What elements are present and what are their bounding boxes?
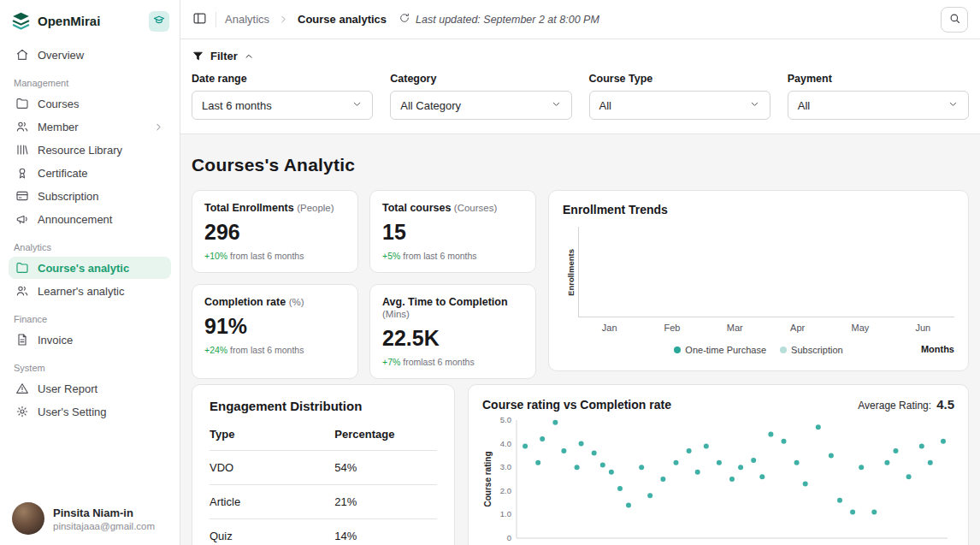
average-rating-label: Average Rating: <box>858 400 931 412</box>
scatter-title: Course rating vs Completion rate <box>482 398 671 412</box>
svg-text:3.0: 3.0 <box>500 462 511 471</box>
users-icon <box>15 120 29 133</box>
sidebar-nav: OverviewManagementCoursesMemberResource … <box>9 44 171 495</box>
content: Courses's Analytic Total Enrollments (Pe… <box>180 134 980 545</box>
filter-field-course-type: Course TypeAll <box>589 73 770 120</box>
sidebar-item-label: User Report <box>38 382 164 395</box>
logo-text: OpenMirai <box>38 14 100 28</box>
topbar-divider <box>215 12 216 27</box>
user-name: Pinsita Niam-in <box>53 506 155 519</box>
graduation-cap-icon <box>153 14 165 28</box>
legend-item-one-time-purchase: One-time Purchase <box>674 345 766 355</box>
gear-icon <box>15 405 29 418</box>
stat-label: Total courses (Courses) <box>382 202 523 214</box>
sidebar: OpenMirai OverviewManagementCoursesMembe… <box>0 0 180 545</box>
scatter-header: Course rating vs Completion rate Average… <box>482 397 954 412</box>
average-rating-value: 4.5 <box>936 397 954 412</box>
sidebar-item-learner-s-analytic[interactable]: Learner's analytic <box>9 280 171 302</box>
bar-plot: Enrollments <box>563 227 954 317</box>
average-rating: Average Rating:4.5 <box>858 397 954 412</box>
stat-label: Total Enrollments (People) <box>204 202 345 214</box>
engagement-row-vdo: VDO54% <box>210 451 437 485</box>
card-icon <box>15 189 29 203</box>
scatter-plot: Course rating01.02.03.04.05.001020304050… <box>482 412 954 545</box>
stat-value: 296 <box>204 220 345 245</box>
category-select[interactable]: All Category <box>390 91 571 120</box>
stat-card-completion-rate: Completion rate (%)91%+24% from last 6 m… <box>192 284 358 379</box>
bar-xlabels: JanFebMarAprMayJun <box>578 323 954 333</box>
stat-label: Completion rate (%) <box>204 296 345 308</box>
engagement-table: TypePercentage VDO54%Article21%Quiz14% <box>210 418 437 545</box>
date-range-select[interactable]: Last 6 months <box>192 91 373 120</box>
stats-grid: Total Enrollments (People)296+10% from l… <box>192 190 536 371</box>
bar-xtick-apr: Apr <box>786 323 810 333</box>
stat-delta-row: +7% fromlast 6 months <box>382 357 523 367</box>
bar-legend: Months One-time PurchaseSubscription <box>563 343 954 357</box>
chevron-down-icon <box>749 98 760 112</box>
bar-ylabel: Enrollments <box>563 227 578 317</box>
logo-row: OpenMirai <box>9 9 171 44</box>
sidebar-item-user-s-setting[interactable]: User's Setting <box>9 400 171 423</box>
bottom-cards-row: Engagement Distribution TypePercentage V… <box>192 384 969 545</box>
chevron-right-icon <box>153 121 164 133</box>
last-updated-text: Last updated: September 2 at 8:00 PM <box>416 14 599 26</box>
users-icon <box>15 284 29 298</box>
select-value: All <box>599 99 611 112</box>
stat-unit: (People) <box>297 203 334 213</box>
sidebar-item-course-s-analytic[interactable]: Course's analytic <box>9 257 171 279</box>
app-root: OpenMirai OverviewManagementCoursesMembe… <box>0 0 980 545</box>
select-value: All Category <box>400 99 461 112</box>
breadcrumb-parent[interactable]: Analytics <box>225 13 269 26</box>
invoice-icon <box>15 333 29 347</box>
engagement-col-percentage: Percentage <box>334 418 437 451</box>
select-value: Last 6 months <box>202 99 272 112</box>
sidebar-toggle-button[interactable] <box>192 11 207 28</box>
engagement-percentage: 21% <box>334 485 437 519</box>
certificate-icon <box>15 166 29 180</box>
sidebar-item-label: Courses <box>38 98 164 110</box>
sidebar-item-label: Resource Library <box>38 144 164 157</box>
sidebar-item-announcement[interactable]: Announcement <box>9 208 171 230</box>
svg-text:4.0: 4.0 <box>500 439 511 448</box>
sidebar-item-user-report[interactable]: User Report <box>9 377 171 400</box>
sidebar-item-overview[interactable]: Overview <box>9 44 171 66</box>
course-type-select[interactable]: All <box>589 91 770 120</box>
engagement-table-header: TypePercentage <box>210 418 437 451</box>
sidebar-item-member[interactable]: Member <box>9 116 171 138</box>
user-email: pinsitajaaa@gmail.com <box>53 521 155 531</box>
folder-icon <box>15 97 29 110</box>
sidebar-item-resource-library[interactable]: Resource Library <box>9 139 171 161</box>
nav-section-label-management: Management <box>14 78 166 88</box>
sidebar-item-courses[interactable]: Courses <box>9 92 171 115</box>
workspace-button[interactable] <box>149 11 169 32</box>
refresh-icon[interactable] <box>398 12 410 27</box>
filter-toggle[interactable]: Filter <box>192 50 254 62</box>
logo-icon <box>10 10 32 32</box>
sidebar-item-label: Member <box>38 121 145 133</box>
sidebar-item-invoice[interactable]: Invoice <box>9 329 171 351</box>
svg-text:1.0: 1.0 <box>500 509 511 518</box>
stat-unit: (%) <box>289 297 304 307</box>
top-cards-row: Total Enrollments (People)296+10% from l… <box>192 190 969 371</box>
engagement-row-quiz: Quiz14% <box>210 519 437 545</box>
stat-delta: +24% <box>204 345 227 355</box>
bar-xtick-jan: Jan <box>598 323 622 333</box>
sidebar-item-subscription[interactable]: Subscription <box>9 185 171 207</box>
bar-xaxis-spacer <box>563 323 578 333</box>
search-button[interactable] <box>941 7 968 33</box>
sidebar-item-certificate[interactable]: Certificate <box>9 162 171 184</box>
breadcrumb-current: Course analytics <box>298 13 387 26</box>
engagement-row-article: Article21% <box>210 485 437 519</box>
warning-icon <box>15 382 29 395</box>
filter-icon <box>192 50 204 62</box>
logo: OpenMirai <box>10 10 100 32</box>
engagement-percentage: 54% <box>334 451 437 485</box>
sidebar-item-label: Certificate <box>38 167 164 180</box>
stat-delta: +7% <box>382 357 400 367</box>
folder-icon <box>15 261 29 275</box>
user-profile[interactable]: Pinsita Niam-in pinsitajaaa@gmail.com <box>9 495 171 535</box>
payment-select[interactable]: All <box>788 91 969 120</box>
nav-section-label-finance: Finance <box>14 314 166 324</box>
svg-text:Course rating: Course rating <box>483 451 493 506</box>
stat-card-total-enrollments: Total Enrollments (People)296+10% from l… <box>192 190 358 273</box>
